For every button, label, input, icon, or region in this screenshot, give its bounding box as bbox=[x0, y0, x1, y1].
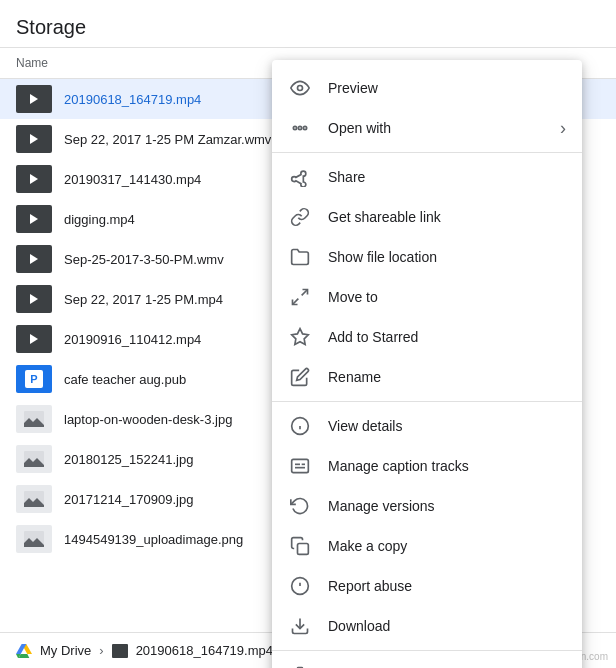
trash-icon bbox=[288, 663, 312, 668]
link-icon bbox=[288, 205, 312, 229]
file-name: 20190317_141430.mp4 bbox=[64, 172, 201, 187]
menu-item-rename[interactable]: Rename bbox=[272, 357, 582, 397]
file-thumb bbox=[16, 205, 52, 233]
menu-label-starred: Add to Starred bbox=[328, 329, 566, 345]
menu-arrow-open-with: › bbox=[560, 118, 566, 139]
file-thumb: P bbox=[16, 365, 52, 393]
file-thumb bbox=[16, 445, 52, 473]
file-name: 20180125_152241.jpg bbox=[64, 452, 193, 467]
file-thumb bbox=[16, 325, 52, 353]
menu-item-view-details[interactable]: View details bbox=[272, 406, 582, 446]
file-thumb bbox=[16, 405, 52, 433]
file-thumb bbox=[16, 85, 52, 113]
menu-item-report[interactable]: Report abuse bbox=[272, 566, 582, 606]
menu-label-download: Download bbox=[328, 618, 566, 634]
menu-label-versions: Manage versions bbox=[328, 498, 566, 514]
menu-label-get-link: Get shareable link bbox=[328, 209, 566, 225]
file-name: Sep 22, 2017 1-25 PM.mp4 bbox=[64, 292, 223, 307]
menu-item-preview[interactable]: Preview bbox=[272, 68, 582, 108]
svg-rect-21 bbox=[292, 459, 309, 472]
menu-item-move-to[interactable]: Move to bbox=[272, 277, 582, 317]
svg-marker-6 bbox=[30, 334, 38, 344]
menu-item-captions[interactable]: Manage caption tracks bbox=[272, 446, 582, 486]
info-icon bbox=[288, 414, 312, 438]
versions-icon bbox=[288, 494, 312, 518]
file-name: Sep 22, 2017 1-25 PM Zamzar.wmv bbox=[64, 132, 271, 147]
menu-item-starred[interactable]: Add to Starred bbox=[272, 317, 582, 357]
menu-label-preview: Preview bbox=[328, 80, 566, 96]
menu-item-share[interactable]: Share bbox=[272, 157, 582, 197]
menu-item-open-with[interactable]: Open with› bbox=[272, 108, 582, 148]
menu-divider bbox=[272, 401, 582, 402]
svg-line-16 bbox=[293, 299, 299, 305]
drive-icon bbox=[16, 644, 32, 658]
rename-icon bbox=[288, 365, 312, 389]
breadcrumb-file-icon bbox=[112, 644, 128, 658]
star-icon bbox=[288, 325, 312, 349]
breadcrumb: My Drive › 20190618_164719.mp4 bbox=[16, 643, 273, 658]
svg-point-14 bbox=[303, 126, 306, 129]
menu-item-remove[interactable]: Remove bbox=[272, 655, 582, 668]
file-thumb bbox=[16, 245, 52, 273]
svg-marker-4 bbox=[30, 254, 38, 264]
menu-item-download[interactable]: Download bbox=[272, 606, 582, 646]
download-icon bbox=[288, 614, 312, 638]
svg-point-13 bbox=[293, 126, 296, 129]
file-name: 20190618_164719.mp4 bbox=[64, 92, 201, 107]
svg-marker-3 bbox=[30, 214, 38, 224]
file-thumb bbox=[16, 165, 52, 193]
svg-marker-0 bbox=[30, 94, 38, 104]
copy-icon bbox=[288, 534, 312, 558]
file-name: 1494549139_uploadimage.png bbox=[64, 532, 243, 547]
menu-item-copy[interactable]: Make a copy bbox=[272, 526, 582, 566]
menu-item-show-location[interactable]: Show file location bbox=[272, 237, 582, 277]
context-menu: PreviewOpen with›ShareGet shareable link… bbox=[272, 60, 582, 668]
name-column-label: Name bbox=[16, 56, 48, 70]
menu-label-move-to: Move to bbox=[328, 289, 566, 305]
file-name: 20171214_170909.jpg bbox=[64, 492, 193, 507]
breadcrumb-file: 20190618_164719.mp4 bbox=[136, 643, 273, 658]
open-with-icon bbox=[288, 116, 312, 140]
file-thumb bbox=[16, 285, 52, 313]
breadcrumb-separator: › bbox=[99, 643, 103, 658]
menu-label-captions: Manage caption tracks bbox=[328, 458, 566, 474]
move-icon bbox=[288, 285, 312, 309]
caption-icon bbox=[288, 454, 312, 478]
folder-icon bbox=[288, 245, 312, 269]
report-icon bbox=[288, 574, 312, 598]
page-title: Storage bbox=[16, 16, 86, 38]
svg-marker-17 bbox=[292, 329, 309, 345]
menu-item-versions[interactable]: Manage versions bbox=[272, 486, 582, 526]
svg-marker-5 bbox=[30, 294, 38, 304]
svg-rect-25 bbox=[298, 544, 309, 555]
menu-label-share: Share bbox=[328, 169, 566, 185]
share-icon bbox=[288, 165, 312, 189]
file-name: digging.mp4 bbox=[64, 212, 135, 227]
svg-point-12 bbox=[298, 126, 301, 129]
menu-label-rename: Rename bbox=[328, 369, 566, 385]
file-thumb bbox=[16, 525, 52, 553]
menu-label-view-details: View details bbox=[328, 418, 566, 434]
preview-icon bbox=[288, 76, 312, 100]
menu-divider bbox=[272, 152, 582, 153]
menu-label-copy: Make a copy bbox=[328, 538, 566, 554]
storage-header: Storage bbox=[0, 0, 616, 48]
file-name: Sep-25-2017-3-50-PM.wmv bbox=[64, 252, 224, 267]
svg-marker-1 bbox=[30, 134, 38, 144]
file-thumb bbox=[16, 485, 52, 513]
menu-label-open-with: Open with bbox=[328, 120, 560, 136]
file-name: laptop-on-wooden-desk-3.jpg bbox=[64, 412, 232, 427]
menu-label-report: Report abuse bbox=[328, 578, 566, 594]
menu-item-get-link[interactable]: Get shareable link bbox=[272, 197, 582, 237]
file-name: 20190916_110412.mp4 bbox=[64, 332, 201, 347]
svg-point-11 bbox=[298, 86, 303, 91]
breadcrumb-drive[interactable]: My Drive bbox=[40, 643, 91, 658]
file-name: cafe teacher aug.pub bbox=[64, 372, 186, 387]
menu-label-show-location: Show file location bbox=[328, 249, 566, 265]
svg-marker-2 bbox=[30, 174, 38, 184]
svg-line-15 bbox=[302, 290, 308, 296]
menu-divider bbox=[272, 650, 582, 651]
file-thumb bbox=[16, 125, 52, 153]
